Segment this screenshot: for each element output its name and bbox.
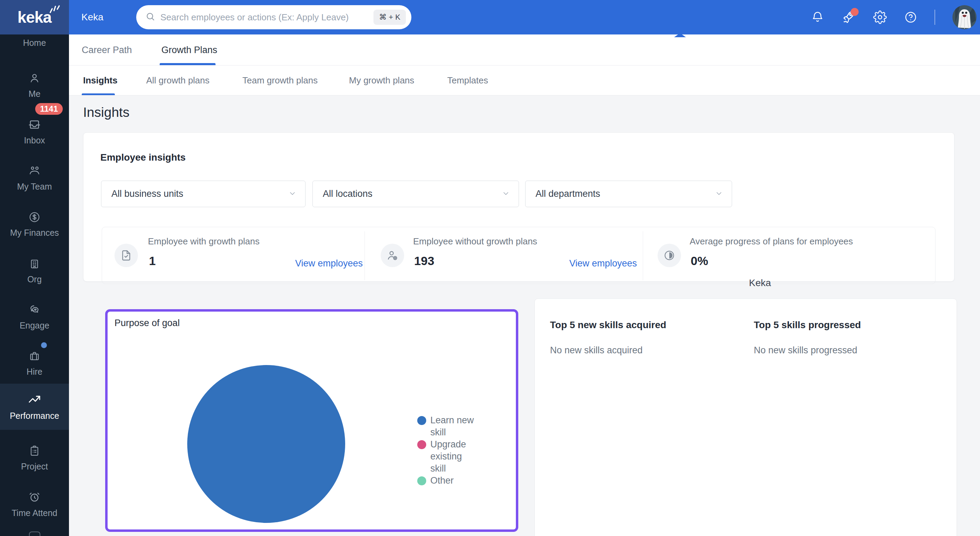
building-icon bbox=[28, 258, 41, 271]
whats-new-rocket-icon[interactable] bbox=[842, 10, 856, 24]
chevron-down-icon bbox=[715, 189, 723, 199]
view-employees-link[interactable]: View employees bbox=[295, 258, 363, 269]
sidebar-item-org[interactable]: Org bbox=[0, 252, 69, 290]
app-root: keka Home Me Inbox 11 bbox=[0, 0, 980, 536]
view-employees-link[interactable]: View employees bbox=[569, 258, 637, 269]
sidebar-item-label: Me bbox=[29, 89, 41, 99]
help-icon[interactable] bbox=[904, 11, 917, 24]
user-icon bbox=[28, 72, 41, 86]
employee-insights-card: Employee insights All business units All… bbox=[83, 132, 955, 282]
legend-item-other[interactable]: Other bbox=[417, 475, 479, 487]
tab-career-path[interactable]: Career Path bbox=[82, 35, 132, 65]
sidebar-item-my-team[interactable]: My Team bbox=[0, 159, 69, 197]
user-avatar[interactable] bbox=[952, 5, 977, 29]
user-remove-icon bbox=[381, 244, 404, 267]
tab-growth-plans[interactable]: Growth Plans bbox=[161, 35, 217, 65]
tab-all-growth-plans[interactable]: All growth plans bbox=[146, 65, 210, 95]
pie-chart bbox=[187, 365, 345, 523]
global-search[interactable]: ⌘ + K bbox=[136, 5, 411, 29]
stat-value: 0% bbox=[691, 254, 708, 268]
sidebar-item-label: Time Attend bbox=[12, 508, 57, 518]
search-icon bbox=[145, 11, 156, 23]
locations-filter[interactable]: All locations bbox=[312, 181, 519, 207]
sidebar-item-hire[interactable]: Hire bbox=[0, 344, 69, 382]
purpose-of-goal-card[interactable]: Purpose of goal Learn new skill Upgrade … bbox=[105, 309, 518, 532]
employee-insights-heading: Employee insights bbox=[100, 152, 186, 163]
sidebar-item-label: My Finances bbox=[10, 228, 59, 238]
tab-templates[interactable]: Templates bbox=[447, 65, 488, 95]
stat-divider bbox=[364, 231, 365, 280]
sidebar-item-label: Home bbox=[23, 38, 46, 48]
legend-item-learn-new-skill[interactable]: Learn new skill bbox=[417, 414, 479, 439]
tab-team-growth-plans[interactable]: Team growth plans bbox=[242, 65, 318, 95]
chat-bubbles-icon bbox=[28, 303, 41, 318]
keka-logo-text: keka bbox=[18, 8, 51, 26]
alarm-clock-icon bbox=[28, 490, 41, 505]
document-check-icon bbox=[115, 244, 138, 267]
progress-circle-icon bbox=[658, 244, 681, 267]
chevron-down-icon bbox=[502, 189, 510, 199]
sidebar-item-me[interactable]: Me bbox=[0, 67, 69, 105]
keka-tooltip-label: Keka bbox=[749, 277, 771, 288]
briefcase-icon bbox=[28, 350, 41, 364]
sidebar-item-label: My Team bbox=[17, 182, 52, 192]
active-tab-underline bbox=[160, 63, 216, 65]
header-divider bbox=[934, 10, 935, 25]
trending-up-icon bbox=[28, 393, 41, 408]
clipboard-icon bbox=[28, 445, 41, 458]
business-units-filter[interactable]: All business units bbox=[101, 181, 305, 207]
notifications-bell-icon[interactable] bbox=[811, 11, 824, 24]
sidebar-item-performance[interactable]: Performance bbox=[0, 383, 69, 430]
dollar-circle-icon bbox=[28, 211, 41, 225]
top-skills-card: Top 5 new skills acquired Top 5 skills p… bbox=[535, 299, 957, 536]
tab-insights[interactable]: Insights bbox=[83, 65, 118, 95]
filter-value: All locations bbox=[323, 189, 502, 199]
growth-plan-stats: Employee with growth plans 1 View employ… bbox=[102, 227, 935, 284]
search-shortcut-badge: ⌘ + K bbox=[374, 10, 406, 25]
filter-value: All business units bbox=[111, 189, 288, 199]
stat-label: Average progress of plans for employees bbox=[690, 236, 853, 247]
sidebar-item-engage[interactable]: Engage bbox=[0, 298, 69, 336]
payroll-icon-partial[interactable] bbox=[29, 531, 40, 536]
inbox-tray-icon bbox=[28, 118, 41, 132]
tooltip-caret bbox=[674, 33, 686, 37]
skills-acquired-empty-state: No new skills acquired bbox=[550, 345, 643, 356]
chevron-down-icon bbox=[288, 189, 297, 199]
legend-label: Other bbox=[430, 475, 454, 487]
chart-title: Purpose of goal bbox=[115, 318, 180, 329]
top-header: Keka ⌘ + K bbox=[69, 0, 980, 35]
keka-logo: keka bbox=[18, 8, 51, 27]
legend-dot bbox=[417, 476, 426, 485]
legend-label: Upgrade existing skill bbox=[430, 439, 479, 475]
sidebar-item-project[interactable]: Project bbox=[0, 439, 69, 477]
sidebar-item-inbox[interactable]: Inbox bbox=[0, 113, 69, 151]
skills-progressed-empty-state: No new skills progressed bbox=[754, 345, 857, 356]
sidebar-item-home[interactable]: Home bbox=[0, 35, 69, 51]
sidebar: keka Home Me Inbox 11 bbox=[0, 0, 69, 536]
sidebar-item-label: Performance bbox=[10, 411, 59, 421]
primary-tab-bar: Career Path Growth Plans bbox=[69, 35, 980, 65]
legend-dot bbox=[417, 416, 426, 425]
sidebar-item-label: Engage bbox=[20, 321, 49, 331]
sidebar-item-my-finances[interactable]: My Finances bbox=[0, 205, 69, 243]
active-subtab-underline bbox=[82, 94, 115, 95]
stat-label: Employee with growth plans bbox=[148, 236, 260, 247]
search-input[interactable] bbox=[160, 12, 374, 23]
sidebar-item-label: Inbox bbox=[24, 135, 45, 145]
secondary-tab-bar: Insights All growth plans Team growth pl… bbox=[69, 65, 980, 95]
settings-gear-icon[interactable] bbox=[873, 10, 887, 24]
stat-label: Employee without growth plans bbox=[413, 236, 537, 247]
page-title: Insights bbox=[83, 105, 129, 120]
hire-notification-dot bbox=[41, 342, 47, 348]
sidebar-item-time-attend[interactable]: Time Attend bbox=[0, 485, 69, 523]
logo-block[interactable]: keka bbox=[0, 0, 69, 35]
tab-my-growth-plans[interactable]: My growth plans bbox=[349, 65, 414, 95]
legend-item-upgrade-existing-skill[interactable]: Upgrade existing skill bbox=[417, 439, 479, 475]
rocket-notification-dot bbox=[851, 8, 859, 16]
logo-spark-icon bbox=[49, 3, 60, 13]
sidebar-item-label: Org bbox=[27, 274, 42, 285]
product-name: Keka bbox=[81, 12, 103, 23]
departments-filter[interactable]: All departments bbox=[525, 181, 732, 207]
chart-legend: Learn new skill Upgrade existing skill O… bbox=[417, 414, 479, 487]
sidebar-item-label: Project bbox=[21, 461, 48, 472]
